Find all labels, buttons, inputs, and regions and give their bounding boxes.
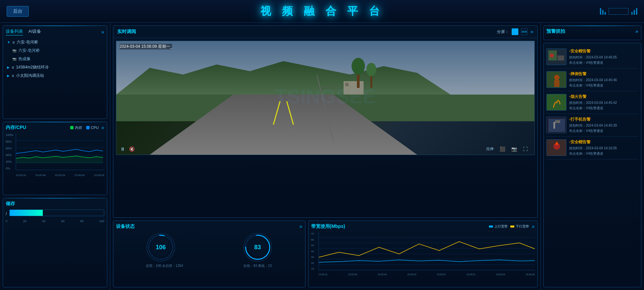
xaxis-label: 15:06:00 [74, 174, 85, 177]
tab-ai-device[interactable]: AI设备 [28, 28, 41, 35]
tree-sub-item[interactable]: 📷 热成像 [11, 55, 104, 63]
cpu-color-dot [86, 126, 90, 129]
alert-item[interactable]: -烟火告警 抓拍时间：2024-03-04 14:45:42 布点名称：V4告警… [546, 91, 638, 114]
svg-rect-46 [555, 120, 560, 123]
chart-yaxis: 100% 80% 60% 40% 20% 0% [6, 133, 15, 170]
bw-yaxis-label: 30 [311, 256, 318, 259]
road-scene-svg: TSINGSEE [116, 41, 534, 155]
yaxis-label: 100% [6, 133, 15, 137]
video-title: 实时调阅 [117, 29, 136, 35]
chart-grid-svg [16, 133, 104, 170]
bw-chart-area [318, 232, 535, 270]
expand-icon[interactable]: » [101, 125, 104, 131]
legend-downstream-label: 下行宽带 [516, 224, 529, 229]
expand-icon[interactable]: » [635, 28, 638, 34]
device-tabs: 设备列表 AI设备 [6, 28, 41, 35]
tree-item[interactable]: ▶ ≡ 1#384m2烧结环冷 [6, 63, 104, 71]
play-pause-btn[interactable]: ⏸ [120, 146, 125, 152]
video-right-controls: 拉伸 ⬛ 📷 ⛶ [486, 146, 530, 152]
expand-icon[interactable]: » [101, 29, 104, 35]
legend-upstream: 上行宽带 [489, 224, 508, 229]
alert-item[interactable]: -安全帽告警 抓拍时间：2024-03-04 14:16:05 布点名称：V4告… [546, 137, 638, 159]
storage-bar-fill [10, 210, 43, 216]
device-status-header: 设备状态 » [116, 224, 302, 230]
storage-axis-label: 80 [80, 220, 84, 223]
cpu-line [16, 149, 103, 153]
alert-thumb-svg [547, 117, 566, 133]
mem-area [16, 156, 103, 163]
main-container: 设备列表 AI设备 » ▼ ≡ 六安-皂河桥 📷 六安-皂河桥 [0, 23, 644, 290]
device-list-header: 设备列表 AI设备 » [6, 28, 104, 35]
gauge-1: 106 启用：106 未启用：1394 [146, 232, 183, 268]
yaxis-label: 0% [6, 167, 15, 170]
legend-mem-label: 内存 [75, 125, 82, 130]
upstream-color-dot [489, 226, 493, 228]
screen-4-btn[interactable] [521, 28, 528, 35]
chart-svg-area [16, 133, 104, 170]
expand-icon[interactable]: » [299, 224, 302, 230]
alert-info: -摔倒告警 抓拍时间：2024-03-04 14:45:46 布点名称：V4告警… [569, 71, 638, 88]
tree-item-label: 小太阳沟调压站 [16, 73, 44, 79]
video-bottom-controls: ⏸ 🔇 拉伸 ⬛ 📷 ⛶ [116, 146, 534, 152]
mute-btn[interactable]: 🔇 [129, 146, 135, 152]
upstream-line [319, 260, 535, 262]
expand-video-icon[interactable]: » [530, 29, 533, 35]
storage-panel: 储存 / 0 20 40 60 80 100 [3, 198, 107, 287]
svg-point-39 [554, 75, 559, 80]
tree-sub-label: 六安-皂河桥 [18, 48, 40, 53]
xaxis-label: 15:05:54 [55, 174, 65, 177]
tree-item[interactable]: ▶ ≡ 小太阳沟调压站 [6, 71, 104, 80]
alert-detail: 抓拍时间：2024-03-04 14:16:05 布点名称：V4告警通道 [569, 146, 638, 156]
device-list-panel: 设备列表 AI设备 » ▼ ≡ 六安-皂河桥 📷 六安-皂河桥 [3, 25, 107, 119]
center-panel: 实时调阅 分屏： » 2024-03-04 15:06:09 星期一_ [110, 23, 540, 290]
bw-yaxis-label: 10 [311, 267, 318, 270]
tree-item[interactable]: ▼ ≡ 六安-皂河桥 [6, 38, 104, 46]
header: 后台 视 频 融 合 平 台 [0, 0, 644, 23]
storage-axis-label: 100 [99, 220, 104, 223]
yaxis-label: 60% [6, 147, 15, 150]
screen-1-btn[interactable] [512, 28, 518, 35]
legend-cpu-label: CPU [91, 126, 99, 130]
xaxis-label: 15:06:06 [94, 174, 104, 177]
alert-item[interactable]: -打手机告警 抓拍时间：2024-03-04 14:45:39 布点名称：V4告… [546, 114, 638, 137]
xaxis-label: 15:05:42 [16, 174, 26, 177]
alert-panel-title: 预警抓拍 [546, 28, 565, 34]
bw-xaxis-label: 15:05:57 [437, 273, 446, 276]
fullscreen-btn[interactable]: ⛶ [523, 146, 528, 152]
snapshot-btn[interactable]: 📷 [511, 146, 517, 152]
bw-xaxis: 15:05:41 15:05:45 15:05:49 15:05:53 15:0… [318, 273, 535, 276]
alert-item[interactable]: -摔倒告警 抓拍时间：2024-03-04 14:45:46 布点名称：V4告警… [546, 68, 638, 91]
xaxis-label: 15:05:48 [35, 174, 45, 177]
storage-axis-label: 0 [6, 220, 7, 223]
camera-icon: 📷 [12, 57, 16, 61]
tree-sub-item[interactable]: 📷 六安-皂河桥 [11, 46, 104, 55]
alert-thumb-svg [547, 71, 566, 88]
svg-rect-45 [553, 122, 555, 129]
device-status-panel: 设备状态 » [113, 221, 305, 287]
legend-upstream-label: 上行宽带 [494, 224, 508, 229]
alert-detail: 抓拍时间：2024-03-04 14:45:42 布点名称：V4告警通道 [569, 100, 638, 111]
legend-downstream: 下行宽带 [510, 224, 529, 229]
arrow-icon: ▶ [7, 74, 10, 78]
video-panel: 实时调阅 分屏： » 2024-03-04 15:06:09 星期一_ [113, 25, 538, 218]
ptz-label: 拉伸 [486, 146, 494, 152]
storage-label: / [6, 211, 7, 216]
alert-thumbnail [546, 71, 566, 88]
alert-detail: 抓拍时间：2024-03-04 14:45:46 布点名称：V4告警通道 [569, 78, 638, 88]
alert-list: -安全帽告警 抓拍时间：2024-03-04 14:46:05 布点名称：V4告… [543, 43, 641, 287]
gauge-2: 83 在线：83 离线：23 [243, 232, 273, 268]
back-button[interactable]: 后台 [7, 6, 29, 17]
bw-yaxis-label: 60 [311, 238, 318, 241]
alert-thumb-svg [547, 140, 566, 156]
svg-point-15 [352, 58, 365, 75]
alert-thumb-svg [547, 94, 566, 111]
tab-device-list[interactable]: 设备列表 [6, 28, 23, 35]
alert-thumbnail [546, 48, 566, 65]
window-btn[interactable]: ⬛ [500, 146, 505, 152]
alert-item[interactable]: -安全帽告警 抓拍时间：2024-03-04 14:46:05 布点名称：V4告… [546, 46, 638, 68]
alert-header-box: 预警抓拍 » [543, 25, 641, 40]
tree-sub-label: 热成像 [18, 56, 30, 62]
storage-title: 储存 [6, 201, 15, 207]
bw-yaxis-label: 50 [311, 244, 318, 247]
expand-icon[interactable]: » [532, 224, 535, 230]
